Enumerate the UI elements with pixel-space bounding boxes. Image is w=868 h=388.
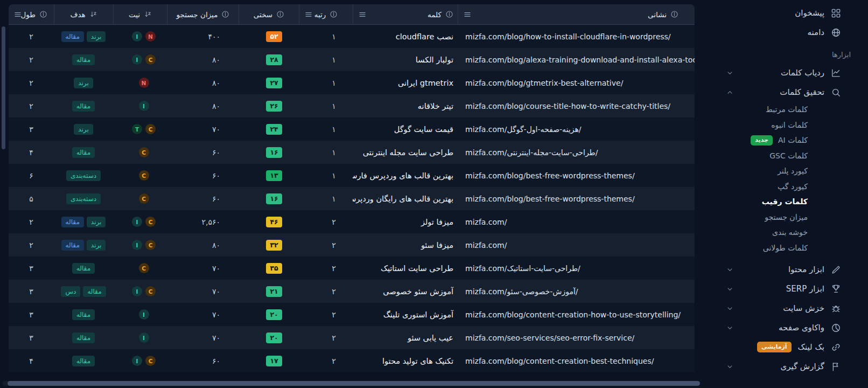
cell-url[interactable]: mizfa.com/blog/alexa-training-download-a… — [458, 48, 695, 71]
goal-badge: مقاله — [72, 263, 95, 274]
column-header-goal[interactable]: هدف — [54, 4, 113, 24]
keyword-text: تولبار الکسا — [416, 56, 453, 64]
cell-length: ۲ — [9, 233, 54, 257]
cell-goal: دسته‌بندی — [54, 164, 113, 187]
cell-rank: ۱ — [299, 117, 353, 141]
cell-url[interactable]: mizfa.com/طراحی-سایت-مجله-اینترنتی/ — [458, 141, 695, 164]
cell-url[interactable]: mizfa.com/blog/content-creation-best-tec… — [458, 349, 695, 372]
sidebar-group-backlink[interactable]: بک لینک آزمایشی — [695, 337, 868, 357]
column-header-difficulty[interactable]: سختی — [239, 4, 299, 24]
table-row[interactable]: mizfa.com/طراحی-سایت-مجله-اینترنتی/ طراح… — [9, 141, 695, 164]
column-menu-icon[interactable] — [358, 10, 367, 19]
cell-length: ۳ — [9, 117, 54, 141]
intent-c-badge: C — [145, 356, 156, 366]
table-row[interactable]: mizfa.com/blog/alexa-training-download-a… — [9, 48, 695, 71]
column-header-keyword[interactable]: کلمه — [353, 4, 458, 24]
horizontal-scrollbar-thumb[interactable] — [8, 381, 700, 386]
cell-intent: I — [113, 326, 167, 349]
sidebar-group-keyword-research[interactable]: تحقیق کلمات — [695, 82, 868, 102]
column-header-volume[interactable]: میزان جستجو — [167, 4, 239, 24]
cell-difficulty: ۲۸ — [239, 48, 299, 71]
cell-url[interactable]: mizfa.com/blog/how-to-install-cloudflare… — [458, 25, 695, 48]
column-menu-icon[interactable] — [304, 10, 313, 19]
table-row[interactable]: mizfa.com/blog/gtmetrix-best-alternative… — [9, 71, 695, 94]
cell-rank: ۱ — [299, 25, 353, 48]
sidebar-group-content-tools[interactable]: ابزار محتوا — [695, 260, 868, 279]
cell-difficulty: ۱۶ — [239, 187, 299, 210]
cell-url[interactable]: mizfa.com/طراحی-سایت-استاتیک/ — [458, 257, 695, 280]
cell-goal: برند — [54, 71, 113, 94]
intent-i-badge: I — [132, 31, 142, 41]
cell-url[interactable]: mizfa.com/آموزش-خصوصی-سئو/ — [458, 280, 695, 303]
horizontal-scrollbar[interactable] — [2, 381, 700, 386]
goal-badge: مقاله — [72, 54, 95, 65]
table-row[interactable]: mizfa.com/blog/best-free-wordpress-theme… — [9, 187, 695, 210]
cell-url[interactable]: mizfa.com/ — [458, 210, 695, 233]
sidebar-subitem-bulk-keywords[interactable]: کلمات انبوه — [695, 117, 868, 133]
cell-goal: مقاله — [54, 303, 113, 326]
table-row[interactable]: mizfa.com/blog/best-free-wordpress-theme… — [9, 164, 695, 187]
vertical-scrollbar-thumb[interactable] — [2, 26, 5, 149]
sidebar-item-domain[interactable]: دامنه — [695, 23, 868, 42]
cell-rank: ۱ — [299, 141, 353, 164]
cell-intent: CI — [113, 233, 167, 257]
table-row[interactable]: mizfa.com/blog/how-to-install-cloudflare… — [9, 25, 695, 48]
sidebar-item-label: بک لینک — [798, 342, 824, 352]
cell-url[interactable]: mizfa.com/ — [458, 233, 695, 257]
sidebar-subitem-ai-keywords[interactable]: کلمات AI جدید — [695, 133, 868, 148]
cell-url[interactable]: mizfa.com/blog/best-free-wordpress-theme… — [458, 187, 695, 210]
url-text: mizfa.com/blog/content-creation-best-tec… — [465, 357, 654, 365]
column-label: سختی — [254, 10, 272, 19]
cell-intent: CT — [113, 117, 167, 141]
column-header-intent[interactable]: نیت — [113, 4, 167, 24]
cell-keyword: نصب cloudflare — [353, 25, 458, 48]
cell-url[interactable]: mizfa.com/blog/gtmetrix-best-alternative… — [458, 71, 695, 94]
keyword-text: طراحی سایت استاتیک — [381, 264, 453, 273]
table-row[interactable]: mizfa.com/seo-services/seo-error-fix-ser… — [9, 326, 695, 349]
sidebar-group-serp-tools[interactable]: ابزار SERP — [695, 279, 868, 299]
cell-url[interactable]: mizfa.com/هزینه-صفحه-اول-گوگل/ — [458, 117, 695, 141]
cell-url[interactable]: mizfa.com/blog/content-creation-how-to-u… — [458, 303, 695, 326]
cell-keyword: طراحی سایت مجله اینترنتی — [353, 141, 458, 164]
url-text: mizfa.com/blog/content-creation-how-to-u… — [465, 310, 681, 319]
table-row[interactable]: mizfa.com/آموزش-خصوصی-سئو/ آموزش سئو خصو… — [9, 280, 695, 303]
table-row[interactable]: mizfa.com/ میزفا تولز ۲ ۴۶ ۲,۵۶۰ CI برند… — [9, 210, 695, 233]
cell-goal: برندمقاله — [54, 25, 113, 48]
cell-url[interactable]: mizfa.com/blog/best-free-wordpress-theme… — [458, 164, 695, 187]
table-row[interactable]: mizfa.com/blog/content-creation-best-tec… — [9, 349, 695, 372]
sidebar-subitem-long-tail-keywords[interactable]: کلمات طولانی — [695, 240, 868, 256]
column-header-rank[interactable]: رتبه — [299, 4, 353, 24]
cell-url[interactable]: mizfa.com/blog/course-title-how-to-write… — [458, 94, 695, 117]
sidebar-subitem-keyword-gap[interactable]: کیورد گپ — [695, 179, 868, 195]
sidebar-subitem-keyword-planner[interactable]: کیورد پلنر — [695, 163, 868, 179]
table-row[interactable]: mizfa.com/ میزفا سئو ۲ ۳۲ ۸۰ CI برندمقال… — [9, 233, 695, 257]
cell-difficulty: ۲۰ — [239, 303, 299, 326]
sidebar-group-site-crawl[interactable]: خزش سایت — [695, 299, 868, 318]
sidebar-subitem-search-volume[interactable]: میزان جستجو — [695, 210, 868, 225]
cell-intent: CI — [113, 210, 167, 233]
sidebar-group-page-analysis[interactable]: واکاوی صفحه — [695, 318, 868, 337]
cell-url[interactable]: mizfa.com/seo-services/seo-error-fix-ser… — [458, 326, 695, 349]
sidebar-subitem-gsc-keywords[interactable]: کلمات GSC — [695, 148, 868, 164]
goal-badge: برند — [74, 124, 93, 135]
sidebar-group-reporting[interactable]: گزارش گیری — [695, 357, 868, 376]
cell-volume: ۷۰ — [167, 117, 239, 141]
cell-volume: ۷۰ — [167, 257, 239, 280]
sidebar-group-keyword-tracker[interactable]: ردیاب کلمات — [695, 63, 868, 82]
column-header-url[interactable]: نشانی — [458, 4, 695, 24]
column-label: رتبه — [314, 10, 326, 19]
sidebar-subitem-competitor-keywords[interactable]: کلمات رقیب — [695, 194, 868, 210]
table-row[interactable]: mizfa.com/هزینه-صفحه-اول-گوگل/ قیمت سایت… — [9, 117, 695, 141]
column-menu-icon[interactable] — [463, 10, 472, 19]
sidebar-subitem-related-keywords[interactable]: کلمات مرتبط — [695, 102, 868, 117]
keyword-text: آموزش استوری تلینگ — [383, 310, 453, 319]
cell-volume: ۸۰ — [167, 94, 239, 117]
table-row[interactable]: mizfa.com/blog/course-title-how-to-write… — [9, 94, 695, 117]
table-row[interactable]: mizfa.com/طراحی-سایت-استاتیک/ طراحی سایت… — [9, 257, 695, 280]
sidebar-item-dashboard[interactable]: پیشخوان — [695, 3, 868, 23]
column-header-length[interactable]: طول — [9, 4, 54, 24]
sidebar-subitem-clustering[interactable]: خوشه بندی — [695, 225, 868, 240]
table-row[interactable]: mizfa.com/blog/content-creation-how-to-u… — [9, 303, 695, 326]
column-menu-icon[interactable] — [13, 10, 22, 19]
vertical-scrollbar[interactable] — [2, 25, 5, 374]
